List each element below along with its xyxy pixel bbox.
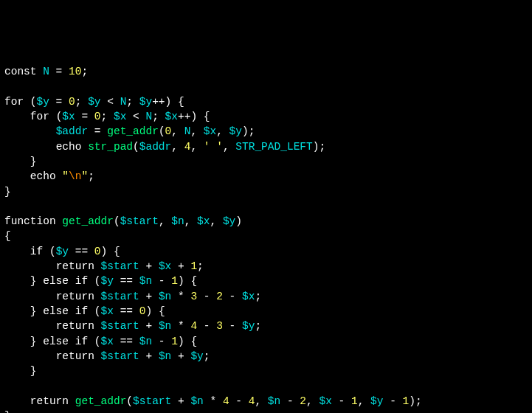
var-addr: $addr xyxy=(56,125,89,137)
string-space: ' ' xyxy=(204,141,223,153)
keyword-for: for xyxy=(4,96,24,108)
keyword-else: else xyxy=(43,275,69,287)
number-10: 10 xyxy=(69,66,81,77)
keyword-const: const xyxy=(4,66,37,77)
keyword-if: if xyxy=(30,246,43,257)
constant-str-pad-left: STR_PAD_LEFT xyxy=(235,141,312,153)
constant-N: N xyxy=(43,66,49,77)
var-x: $x xyxy=(62,111,75,122)
keyword-echo: echo xyxy=(56,141,82,153)
func-get_addr: get_addr xyxy=(107,125,159,137)
keyword-function: function xyxy=(4,215,56,227)
func-str_pad: str_pad xyxy=(88,141,133,153)
var-n: $n xyxy=(171,215,184,227)
var-start: $start xyxy=(120,215,159,227)
keyword-return: return xyxy=(56,260,94,272)
var-y: $y xyxy=(37,96,49,108)
escape-newline: \n xyxy=(69,170,81,182)
code-block: const N = 10; for ($y = 0; $y < N; $y++)… xyxy=(4,64,528,413)
